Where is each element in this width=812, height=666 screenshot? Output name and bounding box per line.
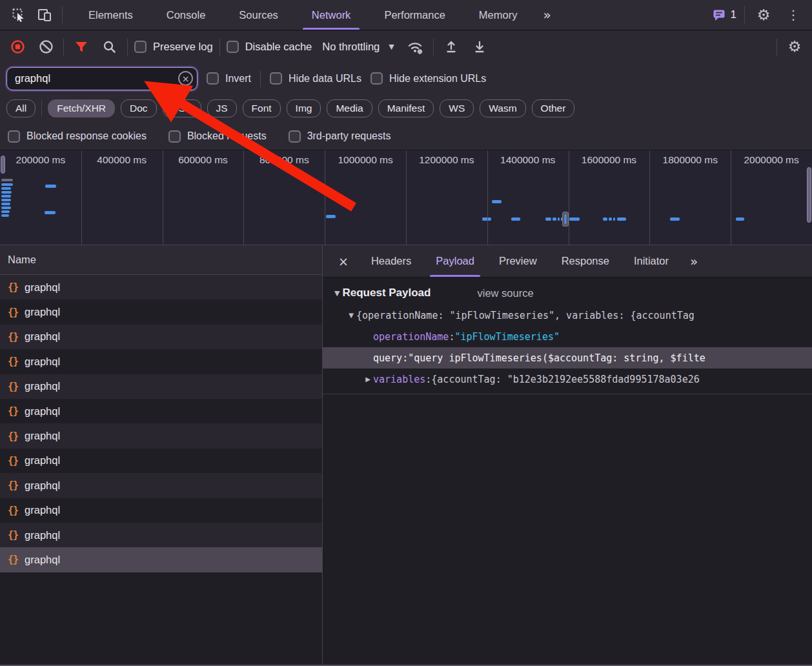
request-name: graphql — [25, 380, 60, 392]
payload-tree-row[interactable]: query: "query ipFlowTimeseries($accountT… — [323, 347, 812, 368]
tab-network[interactable]: Network — [295, 0, 368, 30]
inspect-element-icon[interactable] — [8, 4, 30, 26]
checkbox — [8, 130, 20, 143]
timeline-gridline — [487, 150, 488, 245]
detail-tab-initiator[interactable]: Initiator — [622, 245, 681, 277]
filter-funnel-icon[interactable] — [70, 36, 92, 58]
network-activity-bar — [1, 199, 11, 201]
divider — [41, 100, 42, 117]
table-row[interactable]: {}graphql — [0, 473, 322, 498]
chip-img[interactable]: Img — [287, 99, 321, 117]
close-details-icon[interactable]: × — [328, 245, 359, 277]
payload-tree-row[interactable]: ▶variables: {accountTag: "b12e3b2192ee55… — [323, 368, 812, 390]
detail-tab-payload[interactable]: Payload — [423, 245, 487, 277]
chip-js[interactable]: JS — [207, 99, 237, 117]
blocked-response-cookies-checkbox[interactable]: Blocked response cookies — [8, 130, 147, 143]
table-row[interactable]: {}graphql — [0, 349, 322, 374]
network-activity-bar — [603, 217, 607, 221]
request-name: graphql — [25, 479, 60, 492]
timeline-scroll-handle[interactable] — [807, 167, 811, 223]
table-row[interactable]: {}graphql — [0, 299, 322, 324]
chip-doc[interactable]: Doc — [121, 99, 157, 117]
chip-font[interactable]: Font — [243, 99, 281, 117]
network-activity-bar — [1, 195, 11, 197]
request-name: graphql — [25, 405, 60, 418]
device-toolbar-icon[interactable] — [34, 4, 56, 26]
chip-fetch-xhr[interactable]: Fetch/XHR — [48, 99, 115, 117]
expand-triangle-icon[interactable]: ▼ — [346, 312, 356, 319]
tab-memory[interactable]: Memory — [462, 0, 534, 30]
view-source-link[interactable]: view source — [477, 287, 533, 299]
table-row[interactable]: {}graphql — [0, 275, 322, 299]
filter-input[interactable] — [7, 72, 197, 85]
hide-data-urls-checkbox[interactable]: Hide data URLs — [270, 72, 361, 85]
table-row[interactable]: {}graphql — [0, 374, 322, 399]
timeline-selected-marker[interactable] — [562, 212, 569, 227]
chip-css[interactable]: CSS — [163, 99, 201, 117]
detail-tab-response[interactable]: Response — [549, 245, 622, 277]
network-settings-gear-icon[interactable]: ⚙ — [784, 36, 806, 58]
throttling-select[interactable]: No throttling ▼ — [318, 41, 398, 53]
table-row[interactable]: {}graphql — [0, 449, 322, 473]
network-activity-bar — [553, 217, 556, 221]
tab-elements[interactable]: Elements — [72, 0, 150, 30]
tab-sources[interactable]: Sources — [222, 0, 295, 30]
name-column-header[interactable]: Name — [0, 245, 322, 275]
search-icon[interactable] — [99, 36, 121, 58]
network-activity-bar — [1, 191, 12, 194]
payload-tree-row[interactable]: operationName: "ipFlowTimeseries" — [323, 326, 812, 347]
clear-filter-icon[interactable]: × — [178, 71, 193, 86]
network-activity-bar — [1, 203, 10, 205]
detail-tab-headers[interactable]: Headers — [359, 245, 423, 277]
chip-manifest[interactable]: Manifest — [378, 99, 434, 117]
table-row[interactable]: {}graphql — [0, 325, 322, 349]
more-detail-tabs-icon[interactable]: » — [681, 245, 707, 277]
clear-network-log-icon[interactable] — [35, 36, 57, 58]
chip-all[interactable]: All — [6, 99, 36, 117]
divider — [127, 39, 128, 56]
network-activity-bar — [1, 210, 10, 213]
export-har-icon[interactable] — [469, 36, 491, 58]
table-row[interactable]: {}graphql — [0, 547, 322, 572]
message-bubble-icon — [712, 8, 726, 22]
chip-other[interactable]: Other — [532, 99, 575, 117]
network-activity-bar — [482, 217, 491, 221]
tab-console[interactable]: Console — [150, 0, 223, 30]
issues-counter[interactable]: 1 — [712, 4, 736, 26]
detail-tab-preview[interactable]: Preview — [487, 245, 549, 277]
import-har-icon[interactable] — [440, 36, 462, 58]
chip-media[interactable]: Media — [327, 99, 372, 117]
table-row[interactable]: {}graphql — [0, 423, 322, 448]
kebab-menu-icon[interactable]: ⋮ — [782, 4, 804, 26]
disable-cache-checkbox[interactable]: Disable cache — [227, 41, 312, 53]
table-row[interactable]: {}graphql — [0, 498, 322, 523]
chip-ws[interactable]: WS — [440, 99, 474, 117]
third-party-requests-checkbox[interactable]: 3rd-party requests — [289, 130, 391, 143]
request-payload-title: Request Payload — [342, 287, 431, 299]
more-tabs-icon[interactable]: » — [534, 0, 560, 30]
collapse-triangle-icon[interactable]: ▼ — [334, 289, 340, 298]
invert-checkbox[interactable]: Invert — [207, 72, 251, 85]
divider — [323, 394, 812, 394]
payload-tree-row[interactable]: ▼{operationName: "ipFlowTimeseries", var… — [323, 305, 812, 326]
checkbox — [207, 72, 219, 85]
resource-type-chips: AllFetch/XHRDocCSSJSFontImgMediaManifest… — [0, 94, 812, 123]
timeline-scroll-handle[interactable] — [1, 156, 5, 174]
preserve-log-checkbox[interactable]: Preserve log — [134, 41, 213, 53]
blocked-requests-checkbox[interactable]: Blocked requests — [168, 130, 267, 143]
tab-performance[interactable]: Performance — [367, 0, 462, 30]
network-conditions-icon[interactable] — [405, 36, 427, 58]
network-overview-timeline[interactable]: 200000 ms400000 ms600000 ms800000 ms1000… — [0, 150, 812, 245]
payload-panel: ▼ Request Payload view source ▼{operatio… — [323, 278, 812, 666]
chip-wasm[interactable]: Wasm — [480, 99, 525, 117]
timeline-tick-label: 1000000 ms — [325, 154, 406, 166]
record-network-log-icon[interactable] — [6, 36, 28, 58]
table-row[interactable]: {}graphql — [0, 399, 322, 423]
hide-extension-urls-checkbox[interactable]: Hide extension URLs — [370, 72, 486, 85]
expand-triangle-icon[interactable]: ▶ — [363, 376, 373, 383]
settings-gear-icon[interactable]: ⚙ — [753, 4, 775, 26]
issues-count: 1 — [731, 8, 736, 21]
network-activity-bar — [45, 185, 56, 188]
request-name: graphql — [25, 281, 60, 294]
table-row[interactable]: {}graphql — [0, 523, 322, 547]
